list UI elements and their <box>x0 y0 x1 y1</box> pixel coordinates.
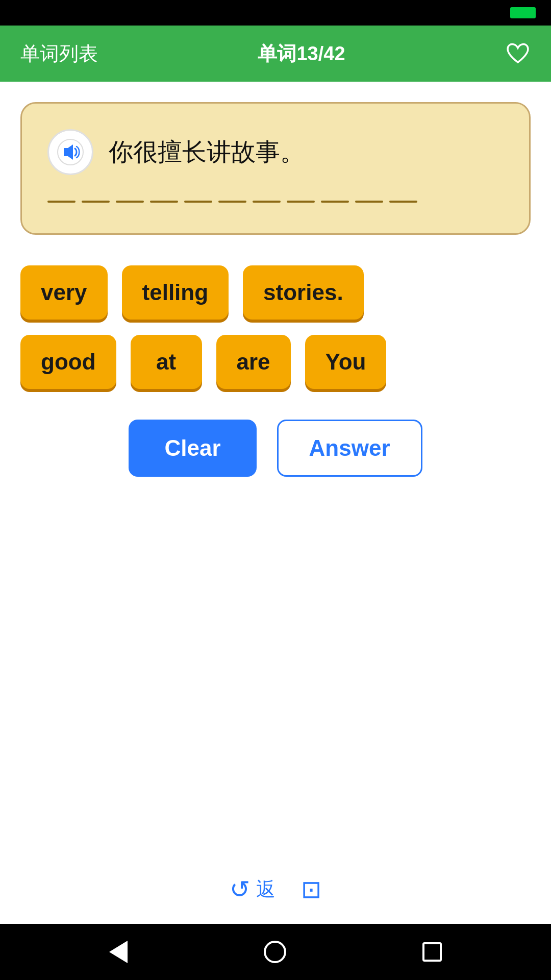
chinese-sentence: 你很擅长讲故事。 <box>109 136 305 168</box>
refresh-button[interactable]: ⊡ <box>301 875 321 903</box>
sentence-card: 你很擅长讲故事。 <box>20 102 531 235</box>
sentence-top: 你很擅长讲故事。 <box>47 129 504 175</box>
word-row-1: very telling stories. <box>20 265 531 320</box>
word-very[interactable]: very <box>20 265 108 320</box>
word-are[interactable]: are <box>216 335 291 389</box>
words-area: very telling stories. good at are You <box>20 265 531 389</box>
blank-7 <box>253 201 281 203</box>
blank-4 <box>150 201 178 203</box>
progress-display: 单词13/42 <box>258 41 345 67</box>
android-nav-bar <box>0 924 551 980</box>
favorite-button[interactable] <box>505 41 531 66</box>
word-good[interactable]: good <box>20 335 116 389</box>
word-telling[interactable]: telling <box>122 265 229 320</box>
word-list-back[interactable]: 单词列表 <box>20 41 98 67</box>
word-you[interactable]: You <box>305 335 387 389</box>
action-buttons: Clear Answer <box>129 420 422 477</box>
bottom-nav: ↺ 返 ⊡ <box>20 860 531 924</box>
back-navigation[interactable]: ↺ 返 <box>230 875 276 903</box>
recent-square-icon <box>422 942 442 962</box>
clear-button[interactable]: Clear <box>129 420 256 477</box>
android-recent-button[interactable] <box>422 942 442 962</box>
back-label: 返 <box>256 876 276 902</box>
blank-6 <box>218 201 246 203</box>
main-content: 你很擅长讲故事。 very telling stories. good at a… <box>0 82 551 924</box>
app-header: 单词列表 单词13/42 <box>0 26 551 82</box>
blank-2 <box>82 201 110 203</box>
blank-3 <box>116 201 144 203</box>
refresh-icon: ⊡ <box>301 876 321 903</box>
back-triangle-icon <box>109 941 128 963</box>
status-bar <box>0 0 551 26</box>
blank-9 <box>321 201 349 203</box>
android-back-button[interactable] <box>109 941 128 963</box>
word-at[interactable]: at <box>131 335 202 389</box>
back-arrow-icon: ↺ <box>230 875 250 903</box>
answer-blanks <box>47 195 504 203</box>
speaker-button[interactable] <box>47 129 93 175</box>
blank-8 <box>287 201 315 203</box>
progress-numbers: 13/42 <box>296 43 345 64</box>
blank-11 <box>389 201 417 203</box>
home-circle-icon <box>264 941 286 963</box>
blank-1 <box>47 201 76 203</box>
word-stories[interactable]: stories. <box>243 265 364 320</box>
blank-10 <box>355 201 383 203</box>
battery-icon <box>510 7 536 18</box>
word-row-2: good at are You <box>20 335 531 389</box>
blank-5 <box>184 201 212 203</box>
answer-button[interactable]: Answer <box>277 420 422 477</box>
android-home-button[interactable] <box>264 941 286 963</box>
